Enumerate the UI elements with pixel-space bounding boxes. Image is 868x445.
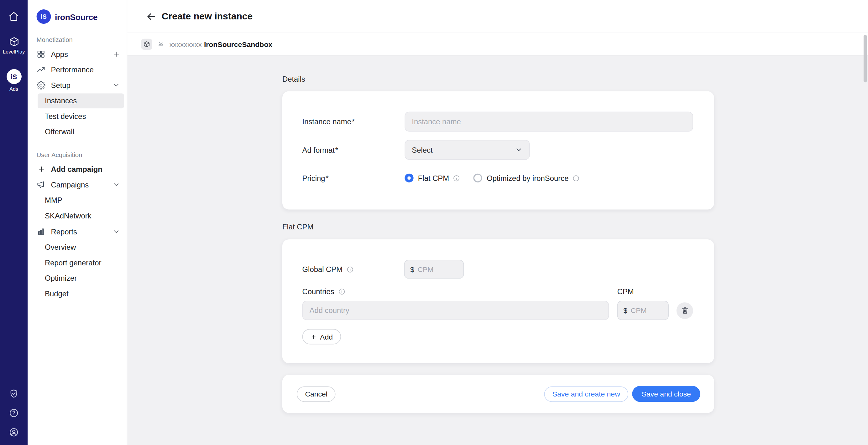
- sidebar-item-budget[interactable]: Budget: [38, 286, 124, 301]
- sidebar-item-label: Reports: [51, 228, 78, 236]
- global-cpm-field: $: [404, 260, 464, 278]
- sidebar-item-optimizer[interactable]: Optimizer: [38, 271, 124, 286]
- levelplay-cube-icon: [8, 37, 19, 47]
- details-card: Instance name* Ad format* Select: [282, 91, 714, 209]
- app-name: IronSourceSandbox: [204, 40, 272, 48]
- save-and-create-new-button[interactable]: Save and create new: [544, 386, 628, 402]
- optimized-radio[interactable]: [473, 174, 482, 182]
- sidebar: iS ironSource Monetization Apps Performa…: [28, 0, 127, 445]
- sidebar-item-label: Apps: [51, 50, 68, 58]
- chevron-down-icon[interactable]: [113, 81, 120, 89]
- footer-actions-card: Cancel Save and create new Save and clos…: [282, 375, 714, 413]
- gear-icon: [37, 81, 45, 90]
- page-title: Create new instance: [162, 11, 253, 22]
- country-cpm-row: $: [302, 301, 714, 320]
- section-monetization: Monetization: [28, 37, 127, 43]
- info-icon[interactable]: [453, 174, 460, 181]
- cancel-button[interactable]: Cancel: [297, 386, 336, 402]
- app-window: LevelPlay iS Ads iS ironSource Monetizat…: [0, 0, 868, 445]
- add-app-icon[interactable]: [113, 50, 120, 58]
- sidebar-item-label: Setup: [51, 81, 70, 89]
- home-icon[interactable]: [8, 11, 19, 22]
- add-country-button[interactable]: Add: [302, 329, 341, 344]
- ads-label: Ads: [9, 87, 18, 92]
- flat-cpm-card: Global CPM $ Countries: [282, 239, 714, 363]
- help-icon[interactable]: [9, 408, 19, 418]
- flat-cpm-radio-label: Flat CPM: [418, 174, 449, 182]
- chevron-down-icon: [515, 146, 523, 153]
- info-icon[interactable]: [346, 266, 353, 273]
- country-cpm-input[interactable]: [631, 306, 663, 314]
- instance-name-input[interactable]: [405, 112, 693, 132]
- details-section-title: Details: [282, 75, 714, 83]
- bar-chart-icon: [37, 227, 45, 236]
- sidebar-item-offerwall[interactable]: Offerwall: [38, 124, 124, 139]
- instance-name-label: Instance name*: [302, 117, 405, 126]
- trash-icon: [681, 306, 689, 314]
- required-asterisk: *: [326, 174, 329, 182]
- chevron-down-icon[interactable]: [113, 181, 120, 189]
- rail-item-ads[interactable]: iS Ads: [6, 69, 21, 92]
- megaphone-icon: [37, 180, 45, 189]
- sidebar-item-label: Add campaign: [51, 165, 102, 173]
- global-cpm-input[interactable]: [417, 265, 458, 273]
- apps-grid-icon: [37, 50, 45, 59]
- sidebar-item-test-devices[interactable]: Test devices: [38, 109, 124, 124]
- account-icon[interactable]: [9, 427, 19, 438]
- save-and-close-button[interactable]: Save and close: [632, 386, 700, 402]
- page-header: Create new instance: [127, 0, 868, 33]
- sidebar-item-overview[interactable]: Overview: [38, 240, 124, 255]
- info-icon[interactable]: [338, 288, 345, 295]
- rail-item-levelplay[interactable]: LevelPlay: [3, 37, 25, 55]
- sidebar-item-report-generator[interactable]: Report generator: [38, 255, 124, 270]
- currency-symbol: $: [623, 306, 627, 314]
- cpm-column-header: CPM: [617, 287, 634, 296]
- instance-name-row: Instance name*: [302, 112, 714, 132]
- vertical-scrollbar[interactable]: [864, 35, 867, 82]
- sidebar-item-mmp[interactable]: MMP: [38, 193, 124, 208]
- country-input[interactable]: [302, 301, 609, 320]
- ad-format-row: Ad format* Select: [302, 140, 714, 160]
- delete-row-button[interactable]: [677, 302, 693, 318]
- sidebar-item-label: Performance: [51, 65, 94, 73]
- content-scroll-area: Details Instance name* Ad format* Se: [127, 56, 868, 445]
- ad-format-select[interactable]: Select: [405, 140, 530, 160]
- back-arrow-icon[interactable]: [146, 11, 157, 22]
- sidebar-item-add-campaign[interactable]: Add campaign: [28, 162, 127, 177]
- android-icon: [157, 40, 165, 48]
- flat-cpm-radio[interactable]: [405, 174, 413, 182]
- shield-icon[interactable]: [9, 389, 19, 399]
- optimized-radio-label: Optimized by ironSource: [487, 174, 568, 182]
- sidebar-item-instances[interactable]: Instances: [38, 94, 124, 109]
- sidebar-item-campaigns[interactable]: Campaigns: [28, 177, 127, 192]
- currency-symbol: $: [410, 265, 414, 273]
- sidebar-item-reports[interactable]: Reports: [28, 224, 127, 239]
- brand[interactable]: iS ironSource: [28, 9, 127, 24]
- global-cpm-label: Global CPM: [302, 265, 404, 273]
- ad-format-selected-value: Select: [412, 145, 432, 153]
- info-icon[interactable]: [572, 174, 580, 181]
- section-user-acquisition: User Acquisition: [28, 151, 127, 158]
- countries-header: Countries CPM: [302, 287, 714, 296]
- sidebar-item-skadnetwork[interactable]: SKAdNetwork: [38, 208, 124, 224]
- sidebar-item-performance[interactable]: Performance: [28, 62, 127, 77]
- ad-format-label: Ad format*: [302, 145, 405, 153]
- main-area: Create new instance xxxxxxxxx IronSource…: [127, 0, 868, 445]
- plus-icon: [38, 165, 45, 173]
- chevron-down-icon[interactable]: [113, 228, 120, 236]
- add-country-label: Add: [320, 333, 333, 341]
- app-id: xxxxxxxxx: [169, 40, 202, 48]
- flat-cpm-section-title: Flat CPM: [282, 223, 714, 231]
- global-cpm-row: Global CPM $: [302, 260, 714, 278]
- countries-label: Countries: [302, 287, 617, 296]
- sidebar-item-setup[interactable]: Setup: [28, 77, 127, 93]
- pricing-radio-group: Flat CPM Optimized by ironSource: [405, 174, 580, 182]
- required-asterisk: *: [352, 117, 355, 126]
- rail-bottom: [9, 389, 19, 437]
- app-context-bar: xxxxxxxxx IronSourceSandbox: [127, 33, 868, 56]
- sidebar-item-apps[interactable]: Apps: [28, 46, 127, 62]
- levelplay-label: LevelPlay: [3, 49, 25, 55]
- brand-name: ironSource: [55, 12, 97, 21]
- product-rail: LevelPlay iS Ads: [0, 0, 28, 445]
- country-cpm-field: $: [617, 301, 669, 320]
